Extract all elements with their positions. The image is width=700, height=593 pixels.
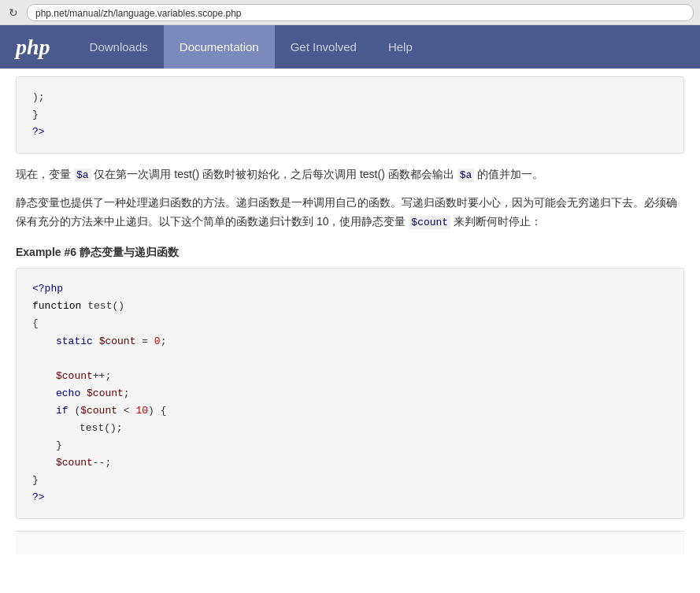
code-line-7: echo $count;: [32, 385, 668, 402]
code-line-5: [32, 350, 668, 368]
nav-item-get-involved[interactable]: Get Involved: [275, 25, 372, 69]
paragraph-2: 静态变量也提供了一种处理递归函数的方法。递归函数是一种调用自己的函数。写递归函数…: [16, 194, 684, 232]
inline-code-a2: $a: [457, 169, 475, 182]
code-line-2: function test(): [32, 298, 668, 315]
code-line-4: static $count = 0;: [32, 333, 668, 350]
refresh-button[interactable]: ↻: [6, 6, 20, 20]
code-line-8: if ($count < 10) {: [32, 402, 668, 420]
navbar: php Downloads Documentation Get Involved…: [0, 25, 700, 69]
paragraph-1: 现在，变量 $a 仅在第一次调用 test() 函数时被初始化，之后每次调用 t…: [16, 165, 684, 184]
code-line-13: ?>: [32, 489, 668, 506]
url-bar[interactable]: php.net/manual/zh/language.variables.sco…: [27, 4, 694, 21]
bottom-section: [16, 531, 684, 554]
code-line-11: $count--;: [32, 454, 668, 472]
code-line-9: test();: [32, 420, 668, 437]
nav-item-help[interactable]: Help: [372, 25, 428, 69]
top-code-snippet: ); } ?>: [16, 76, 684, 154]
php-logo: php: [16, 35, 50, 60]
code-line-1: <?php: [32, 280, 668, 298]
nav-item-documentation[interactable]: Documentation: [164, 25, 275, 69]
nav-item-downloads[interactable]: Downloads: [74, 25, 164, 69]
browser-chrome: ↻ php.net/manual/zh/language.variables.s…: [0, 0, 700, 25]
nav-menu: Downloads Documentation Get Involved Hel…: [74, 25, 428, 69]
inline-code-a1: $a: [74, 169, 91, 182]
code-line-3: {: [32, 315, 668, 332]
code-block-example6: <?php function test() { static $count = …: [16, 268, 684, 519]
example-heading: Example #6 静态变量与递归函数: [16, 246, 684, 260]
code-line-12: }: [32, 472, 668, 489]
code-top-line1: );: [32, 89, 668, 106]
code-top-line3: ?>: [32, 124, 668, 141]
code-line-6: $count++;: [32, 368, 668, 385]
main-content: ); } ?> 现在，变量 $a 仅在第一次调用 test() 函数时被初始化，…: [0, 69, 700, 570]
inline-code-count: $count: [409, 216, 450, 229]
code-line-10: }: [32, 437, 668, 454]
code-top-line2: }: [32, 106, 668, 124]
